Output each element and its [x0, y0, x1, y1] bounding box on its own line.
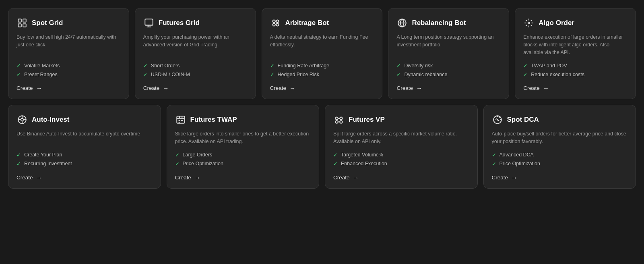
futures-vp-title: Futures VP — [349, 116, 385, 124]
feature-item: ✓ Create Your Plan — [17, 152, 153, 158]
svg-point-9 — [276, 20, 279, 23]
svg-point-18 — [528, 22, 530, 24]
arbitrage-bot-title: Arbitrage Bot — [285, 19, 329, 27]
algo-order-title: Algo Order — [539, 19, 574, 27]
futures-grid-create-button[interactable]: Create → — [143, 85, 248, 91]
svg-line-50 — [499, 117, 500, 118]
auto-invest-create-button[interactable]: Create → — [17, 174, 153, 181]
algo-order-card: Algo Order Enhance execution of large or… — [515, 8, 636, 99]
spot-dca-create-button[interactable]: Create → — [492, 174, 628, 181]
rebalancing-bot-card: Rebalancing Bot A Long term position str… — [388, 8, 509, 99]
feature-label: USD-M / COIN-M — [151, 72, 190, 77]
spot-grid-desc: Buy low and sell high 24/7 automatically… — [17, 33, 121, 56]
futures-vp-desc: Split large orders across a specific mar… — [333, 130, 469, 146]
svg-rect-2 — [18, 24, 21, 27]
check-icon: ✓ — [17, 62, 21, 69]
create-label: Create — [143, 85, 160, 91]
check-icon: ✓ — [17, 152, 21, 158]
svg-rect-1 — [23, 19, 26, 22]
svg-rect-3 — [23, 24, 26, 27]
arrow-icon: → — [416, 85, 422, 91]
spot-grid-features: ✓ Volatile Markets ✓ Preset Ranges — [17, 62, 121, 77]
spot-dca-icon — [492, 114, 503, 125]
check-icon: ✓ — [492, 161, 496, 167]
feature-item: ✓ Enhanced Execution — [333, 161, 469, 167]
algo-order-features: ✓ TWAP and POV ✓ Reduce execution costs — [523, 62, 627, 77]
rebalancing-bot-features: ✓ Diversify risk ✓ Dynamic rebalance — [396, 62, 501, 77]
arbitrage-bot-icon — [270, 17, 281, 29]
feature-item: ✓ Large Orders — [175, 152, 311, 158]
feature-label: Price Optimization — [500, 161, 540, 166]
spot-dca-features: ✓ Advanced DCA ✓ Price Optimization — [492, 152, 628, 167]
svg-point-11 — [276, 23, 279, 26]
auto-invest-header: Auto-Invest — [17, 114, 153, 125]
feature-item: ✓ USD-M / COIN-M — [143, 71, 248, 77]
spot-grid-title: Spot Grid — [32, 19, 63, 27]
futures-vp-header: Futures VP — [333, 114, 469, 125]
create-label: Create — [523, 85, 540, 91]
row2-grid: Auto-Invest Use Binance Auto-Invest to a… — [8, 105, 636, 189]
feature-label: Recurring Investment — [24, 161, 72, 166]
feature-item: ✓ Preset Ranges — [17, 71, 121, 77]
svg-point-42 — [335, 121, 338, 123]
arbitrage-bot-features: ✓ Funding Rate Arbitrage ✓ Hedged Price … — [270, 62, 374, 77]
feature-label: Preset Ranges — [24, 72, 58, 77]
feature-item: ✓ Short Orders — [143, 62, 248, 69]
create-label: Create — [270, 85, 287, 91]
futures-twap-title: Futures TWAP — [190, 116, 237, 124]
feature-label: Volatile Markets — [24, 63, 60, 69]
futures-grid-header: Futures Grid — [143, 17, 248, 29]
arbitrage-bot-header: Arbitrage Bot — [270, 17, 374, 29]
spot-dca-title: Spot DCA — [507, 116, 539, 124]
rebalancing-bot-title: Rebalancing Bot — [412, 19, 466, 27]
futures-twap-card: Futures TWAP Slice large orders into sma… — [167, 105, 320, 189]
create-label: Create — [333, 175, 350, 181]
arrow-icon: → — [543, 85, 549, 91]
check-icon: ✓ — [143, 71, 148, 77]
feature-label: Diversify risk — [404, 63, 433, 69]
svg-rect-0 — [18, 19, 21, 22]
check-icon: ✓ — [492, 152, 496, 158]
feature-label: Reduce execution costs — [531, 72, 584, 77]
auto-invest-title: Auto-Invest — [32, 116, 70, 124]
row1-grid: Spot Grid Buy low and sell high 24/7 aut… — [8, 8, 636, 99]
create-label: Create — [492, 175, 508, 181]
arbitrage-bot-desc: A delta neutral strategy to earn Funding… — [270, 33, 374, 56]
svg-point-43 — [340, 121, 343, 123]
svg-point-40 — [335, 117, 338, 120]
check-icon: ✓ — [270, 71, 275, 77]
spot-grid-create-button[interactable]: Create → — [17, 85, 121, 91]
feature-item: ✓ Recurring Investment — [17, 161, 153, 167]
futures-twap-create-button[interactable]: Create → — [175, 174, 311, 181]
rebalancing-bot-create-button[interactable]: Create → — [396, 85, 501, 91]
feature-label: Advanced DCA — [500, 152, 534, 158]
spot-dca-card: Spot DCA Auto-place buy/sell orders for … — [483, 105, 636, 189]
arrow-icon: → — [289, 85, 295, 91]
feature-item: ✓ Funding Rate Arbitrage — [270, 62, 374, 69]
algo-order-create-button[interactable]: Create → — [523, 85, 627, 91]
svg-point-28 — [21, 118, 24, 121]
futures-grid-desc: Amplify your purchasing power with an ad… — [143, 33, 248, 56]
svg-rect-4 — [145, 19, 153, 25]
spot-grid-icon — [17, 17, 28, 29]
arbitrage-bot-create-button[interactable]: Create → — [270, 85, 374, 91]
arrow-icon: → — [36, 85, 42, 91]
feature-label: Create Your Plan — [24, 152, 62, 158]
futures-grid-icon — [143, 17, 155, 29]
rebalancing-bot-icon — [396, 17, 408, 29]
arrow-icon: → — [194, 174, 200, 181]
check-icon: ✓ — [175, 161, 180, 167]
feature-label: Targeted Volume% — [341, 152, 383, 158]
check-icon: ✓ — [333, 152, 338, 158]
futures-vp-create-button[interactable]: Create → — [333, 174, 469, 181]
algo-order-icon — [523, 17, 535, 29]
futures-grid-features: ✓ Short Orders ✓ USD-M / COIN-M — [143, 62, 248, 77]
arrow-icon: → — [163, 85, 169, 91]
auto-invest-features: ✓ Create Your Plan ✓ Recurring Investmen… — [17, 152, 153, 167]
check-icon: ✓ — [396, 62, 401, 69]
svg-point-41 — [340, 117, 343, 120]
spot-dca-header: Spot DCA — [492, 114, 628, 125]
arrow-icon: → — [353, 174, 359, 181]
arbitrage-bot-card: Arbitrage Bot A delta neutral strategy t… — [262, 8, 383, 99]
algo-order-header: Algo Order — [523, 17, 627, 29]
